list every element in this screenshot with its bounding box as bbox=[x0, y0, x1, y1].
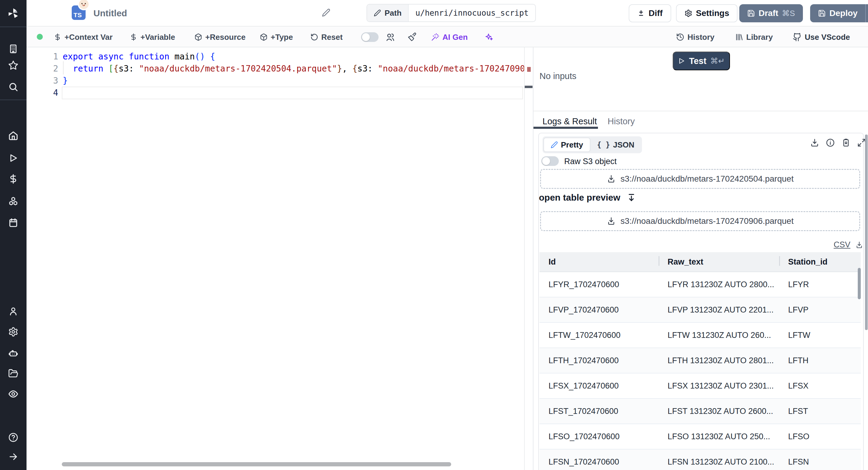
sparkles-icon[interactable] bbox=[485, 31, 493, 43]
eye-icon[interactable] bbox=[8, 388, 19, 400]
resources-boxes-icon[interactable] bbox=[8, 196, 19, 206]
overview-ruler-cursor-mark bbox=[525, 86, 532, 88]
user-icon[interactable] bbox=[8, 306, 18, 316]
table-cell: LFYR bbox=[779, 280, 861, 289]
table-cell: LFST 131230Z AUTO 2600... bbox=[658, 407, 779, 416]
workers-robot-icon[interactable] bbox=[8, 348, 19, 358]
table-vertical-scrollbar[interactable] bbox=[858, 268, 861, 299]
expand-arrow-icon[interactable] bbox=[8, 452, 18, 462]
line-number: 1 bbox=[27, 51, 58, 63]
add-context-var-button[interactable]: +Context Var bbox=[54, 31, 113, 43]
users-icon[interactable] bbox=[386, 31, 395, 43]
sidebar-divider bbox=[0, 27, 27, 27]
edit-summary-pencil-icon[interactable] bbox=[322, 8, 330, 17]
tab-history[interactable]: History bbox=[608, 116, 635, 126]
table-cell: LFTW 131230Z AUTO 260... bbox=[658, 331, 779, 340]
line-number-active: 4 bbox=[27, 87, 58, 99]
download-icon bbox=[607, 174, 616, 183]
download-icon bbox=[855, 241, 863, 249]
deploy-button[interactable]: Deploy bbox=[810, 4, 868, 22]
windmill-logo-icon[interactable] bbox=[7, 7, 20, 20]
column-header: Station_id bbox=[779, 257, 861, 267]
folder-open-icon[interactable] bbox=[8, 368, 19, 379]
table-row[interactable]: LFYR_1702470600LFYR 131230Z AUTO 2800...… bbox=[539, 272, 861, 297]
table-row[interactable]: LFTW_1702470600LFTW 131230Z AUTO 260...L… bbox=[539, 323, 861, 348]
s3-file-download-2[interactable]: s3://noaa/duckdb/metars-1702470906.parqu… bbox=[540, 211, 860, 231]
dollar-icon bbox=[130, 33, 137, 41]
code-line: return [{s3: "noaa/duckdb/metars-1702420… bbox=[63, 63, 524, 75]
no-inputs-label: No inputs bbox=[539, 71, 577, 81]
pretty-view-button[interactable]: Pretty bbox=[544, 138, 590, 152]
schedules-calendar-icon[interactable] bbox=[8, 217, 19, 228]
open-table-preview-button[interactable]: open table preview bbox=[539, 193, 636, 203]
editor-horizontal-scrollbar[interactable] bbox=[62, 462, 451, 466]
package-icon bbox=[194, 33, 202, 41]
csv-download-link[interactable]: CSV bbox=[834, 240, 863, 249]
result-view-switch: Pretty { } JSON bbox=[542, 136, 642, 153]
status-dot bbox=[37, 34, 43, 40]
editor-right-edge bbox=[524, 47, 525, 470]
code-editor[interactable]: 1 2 3 4 export async function main() { r… bbox=[27, 47, 524, 470]
test-button[interactable]: Test ⌘↵ bbox=[673, 52, 730, 70]
home-icon[interactable] bbox=[8, 130, 19, 141]
active-tab-underline bbox=[533, 127, 598, 129]
table-cell: LFYR_1702470600 bbox=[539, 280, 658, 289]
table-row[interactable]: LFSO_1702470600LFSO 131230Z AUTO 250...L… bbox=[539, 424, 861, 449]
top-bar: TS Untitled Path u/henri/innocuous_scrip… bbox=[27, 0, 868, 27]
raw-s3-toggle[interactable] bbox=[541, 156, 559, 166]
table-cell: LFSN_1702470600 bbox=[539, 457, 658, 467]
add-type-button[interactable]: +Type bbox=[260, 31, 293, 43]
table-row[interactable]: LFTH_1702470600LFTH 131230Z AUTO 2801...… bbox=[539, 348, 861, 374]
history-button[interactable]: History bbox=[676, 31, 715, 43]
path-input[interactable]: u/henri/innocuous_script bbox=[409, 4, 535, 22]
table-cell: LFTH bbox=[779, 356, 861, 365]
path-label[interactable]: Path bbox=[367, 4, 409, 22]
info-icon[interactable] bbox=[826, 138, 835, 147]
table-cell: LFTH 131230Z AUTO 2801... bbox=[658, 356, 779, 365]
magic-wand-icon bbox=[431, 33, 439, 41]
variables-dollar-icon[interactable] bbox=[8, 174, 19, 184]
table-row[interactable]: LFSN_1702470600LFSN 131230Z AUTO 2100...… bbox=[539, 449, 861, 470]
download-icon bbox=[607, 216, 616, 226]
search-icon[interactable] bbox=[8, 82, 19, 92]
star-icon[interactable] bbox=[8, 60, 19, 70]
runs-play-icon[interactable] bbox=[8, 153, 18, 163]
table-row[interactable]: LFST_1702470600LFST 131230Z AUTO 2600...… bbox=[539, 399, 861, 424]
buildings-icon[interactable] bbox=[8, 44, 19, 54]
github-icon bbox=[793, 33, 802, 41]
reset-button[interactable]: Reset bbox=[310, 31, 343, 43]
add-resource-button[interactable]: +Resource bbox=[194, 31, 246, 43]
result-actions bbox=[810, 138, 866, 147]
table-cell: LFSX 131230Z AUTO 2301... bbox=[658, 381, 779, 391]
help-icon[interactable] bbox=[8, 432, 19, 443]
column-header: Raw_text bbox=[658, 257, 779, 267]
table-row[interactable]: LFSX_1702470600LFSX 131230Z AUTO 2301...… bbox=[539, 374, 861, 399]
reset-icon bbox=[310, 33, 318, 41]
use-vscode-button[interactable]: Use VScode bbox=[793, 31, 850, 43]
download-result-icon[interactable] bbox=[810, 138, 819, 147]
dollar-icon bbox=[54, 33, 61, 41]
format-brush-icon[interactable] bbox=[407, 31, 416, 43]
add-variable-button[interactable]: +Variable bbox=[130, 31, 175, 43]
settings-gear-icon[interactable] bbox=[8, 327, 19, 337]
json-view-button[interactable]: { } JSON bbox=[590, 138, 641, 152]
multiplayer-toggle[interactable] bbox=[361, 31, 378, 43]
library-button[interactable]: Library bbox=[735, 31, 773, 43]
diff-icon bbox=[637, 9, 645, 17]
diff-button[interactable]: Diff bbox=[629, 4, 671, 22]
panel-horizontal-divider bbox=[533, 111, 868, 111]
button-divider bbox=[865, 4, 866, 22]
table-row[interactable]: LFVP_1702470600LFVP 131230Z AUTO 2201...… bbox=[539, 297, 861, 323]
tab-logs-result[interactable]: Logs & Result bbox=[542, 116, 597, 126]
s3-file-download-1[interactable]: s3://noaa/duckdb/metars-1702420504.parqu… bbox=[540, 169, 860, 189]
copy-clipboard-icon[interactable] bbox=[841, 138, 850, 147]
table-header: IdRaw_textStation_id bbox=[539, 252, 861, 272]
settings-button[interactable]: Settings bbox=[676, 4, 738, 22]
ai-gen-button[interactable]: AI Gen bbox=[431, 31, 468, 43]
table-cell: LFVP bbox=[779, 305, 861, 315]
panel-vertical-scrollbar[interactable] bbox=[865, 135, 868, 330]
table-cell: LFSO_1702470600 bbox=[539, 432, 658, 441]
draft-button[interactable]: Draft ⌘S bbox=[739, 4, 803, 22]
column-header: Id bbox=[539, 257, 658, 267]
pen-icon bbox=[551, 141, 558, 148]
